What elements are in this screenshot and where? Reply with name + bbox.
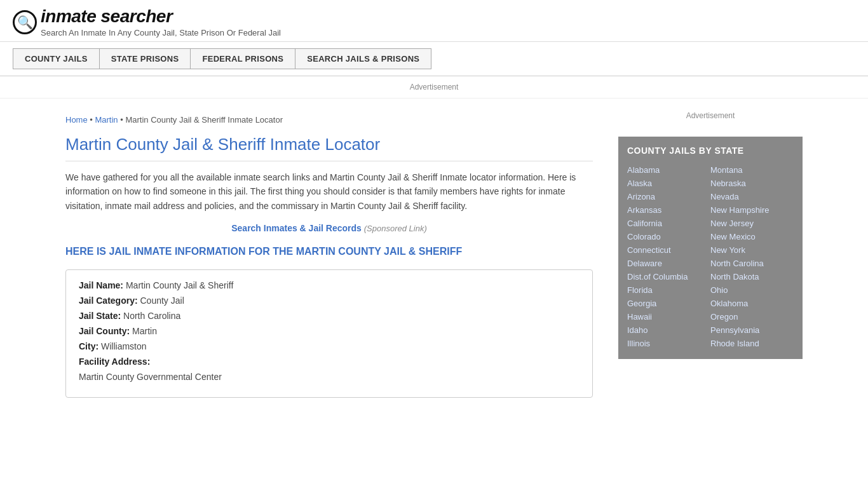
jail-county-label: Jail County: <box>79 326 130 336</box>
sidebar: Advertisement COUNTY JAILS BY STATE Alab… <box>606 98 803 423</box>
state-link-north-dakota[interactable]: North Dakota <box>710 270 794 283</box>
info-row-jail-name: Jail Name: Martin County Jail & Sheriff <box>79 280 580 290</box>
logo-icon: 🔍 <box>13 10 37 34</box>
jail-category-val: County Jail <box>140 295 184 306</box>
state-link-florida[interactable]: Florida <box>627 283 710 297</box>
state-link-new-hampshire[interactable]: New Hampshire <box>710 203 794 217</box>
state-link-idaho[interactable]: Idaho <box>627 323 710 337</box>
state-link-oklahoma[interactable]: Oklahoma <box>710 297 794 310</box>
state-link-pennsylvania[interactable]: Pennsylvania <box>710 323 794 337</box>
breadcrumb-middle[interactable]: Martin <box>95 115 118 125</box>
nav-link-state-prisons[interactable]: STATE PRISONS <box>100 48 191 69</box>
states-grid: AlabamaAlaskaArizonaArkansasCaliforniaCo… <box>627 163 794 350</box>
city-label: City: <box>79 341 98 351</box>
state-link-colorado[interactable]: Colorado <box>627 230 710 243</box>
address-label: Facility Address: <box>79 356 150 367</box>
info-row-address-value: Martin County Governmental Center <box>79 372 580 382</box>
nav-item-county-jails[interactable]: COUNTY JAILS <box>13 48 100 69</box>
sponsored-note-text: (Sponsored Link) <box>364 224 427 233</box>
state-link-illinois[interactable]: Illinois <box>627 337 710 350</box>
city-val: Williamston <box>101 341 147 351</box>
state-link-connecticut[interactable]: Connecticut <box>627 243 710 257</box>
nav-link-federal-prisons[interactable]: FEDERAL PRISONS <box>191 48 295 69</box>
state-link-dist.of-columbia[interactable]: Dist.of Columbia <box>627 270 710 283</box>
state-link-nebraska[interactable]: Nebraska <box>710 177 794 190</box>
states-left-column: AlabamaAlaskaArizonaArkansasCaliforniaCo… <box>627 163 710 350</box>
nav-item-search[interactable]: SEARCH JAILS & PRISONS <box>295 48 431 69</box>
nav-item-federal-prisons[interactable]: FEDERAL PRISONS <box>191 48 295 69</box>
jail-state-val: North Carolina <box>123 311 180 321</box>
county-jails-box: COUNTY JAILS BY STATE AlabamaAlaskaArizo… <box>618 137 803 359</box>
main-nav: COUNTY JAILS STATE PRISONS FEDERAL PRISO… <box>0 42 868 76</box>
info-row-jail-county: Jail County: Martin <box>79 326 580 336</box>
intro-text: We have gathered for you all the availab… <box>65 170 593 213</box>
sidebar-ad-label: Advertisement <box>686 111 735 120</box>
breadcrumb-current: Martin County Jail & Sheriff Inmate Loca… <box>125 115 283 125</box>
info-row-jail-state: Jail State: North Carolina <box>79 311 580 321</box>
county-jails-title: COUNTY JAILS BY STATE <box>627 146 794 156</box>
state-link-alabama[interactable]: Alabama <box>627 163 710 177</box>
section-heading: HERE IS JAIL INMATE INFORMATION FOR THE … <box>65 245 593 259</box>
state-link-alaska[interactable]: Alaska <box>627 177 710 190</box>
state-link-rhode-island[interactable]: Rhode Island <box>710 337 794 350</box>
state-link-new-mexico[interactable]: New Mexico <box>710 230 794 243</box>
state-link-arkansas[interactable]: Arkansas <box>627 203 710 217</box>
nav-link-search[interactable]: SEARCH JAILS & PRISONS <box>295 48 431 69</box>
states-right-column: MontanaNebraskaNevadaNew HampshireNew Je… <box>710 163 794 350</box>
sponsored-link-area: Search Inmates & Jail Records (Sponsored… <box>65 223 593 233</box>
state-link-georgia[interactable]: Georgia <box>627 297 710 310</box>
state-link-hawaii[interactable]: Hawaii <box>627 310 710 323</box>
state-link-new-jersey[interactable]: New Jersey <box>710 217 794 230</box>
logo-text: inmate searcher <box>41 6 281 27</box>
breadcrumb-home[interactable]: Home <box>65 115 88 125</box>
info-row-city: City: Williamston <box>79 341 580 351</box>
state-link-oregon[interactable]: Oregon <box>710 310 794 323</box>
page-title: Martin County Jail & Sheriff Inmate Loca… <box>65 135 593 161</box>
sponsored-link[interactable]: Search Inmates & Jail Records <box>231 223 362 233</box>
nav-link-county-jails[interactable]: COUNTY JAILS <box>13 48 100 69</box>
ad-top-banner: Advertisement <box>0 76 868 98</box>
breadcrumb: Home • Martin • Martin County Jail & She… <box>65 115 593 125</box>
state-link-california[interactable]: California <box>627 217 710 230</box>
jail-name-val: Martin County Jail & Sheriff <box>126 280 233 290</box>
logo-area: 🔍 inmate searcher Search An Inmate In An… <box>13 6 855 37</box>
state-link-arizona[interactable]: Arizona <box>627 190 710 203</box>
page-wrap: Home • Martin • Martin County Jail & She… <box>53 98 815 423</box>
ad-top-label: Advertisement <box>410 83 459 92</box>
jail-category-label: Jail Category: <box>79 295 138 306</box>
tagline: Search An Inmate In Any County Jail, Sta… <box>41 28 281 37</box>
site-header: 🔍 inmate searcher Search An Inmate In An… <box>0 0 868 42</box>
state-link-ohio[interactable]: Ohio <box>710 283 794 297</box>
sidebar-ad: Advertisement <box>618 105 803 126</box>
state-link-montana[interactable]: Montana <box>710 163 794 177</box>
nav-item-state-prisons[interactable]: STATE PRISONS <box>100 48 191 69</box>
info-box: Jail Name: Martin County Jail & Sheriff … <box>65 269 593 398</box>
info-row-jail-category: Jail Category: County Jail <box>79 295 580 306</box>
logo-brand: inmate searcher <box>41 6 172 26</box>
jail-name-label: Jail Name: <box>79 280 123 290</box>
main-content: Home • Martin • Martin County Jail & She… <box>65 98 606 423</box>
state-link-delaware[interactable]: Delaware <box>627 257 710 270</box>
jail-county-val: Martin <box>132 326 157 336</box>
state-link-nevada[interactable]: Nevada <box>710 190 794 203</box>
address-value: Martin County Governmental Center <box>79 372 222 382</box>
state-link-new-york[interactable]: New York <box>710 243 794 257</box>
jail-state-label: Jail State: <box>79 311 121 321</box>
state-link-north-carolina[interactable]: North Carolina <box>710 257 794 270</box>
nav-list: COUNTY JAILS STATE PRISONS FEDERAL PRISO… <box>13 48 855 69</box>
info-row-address-label: Facility Address: <box>79 356 580 367</box>
